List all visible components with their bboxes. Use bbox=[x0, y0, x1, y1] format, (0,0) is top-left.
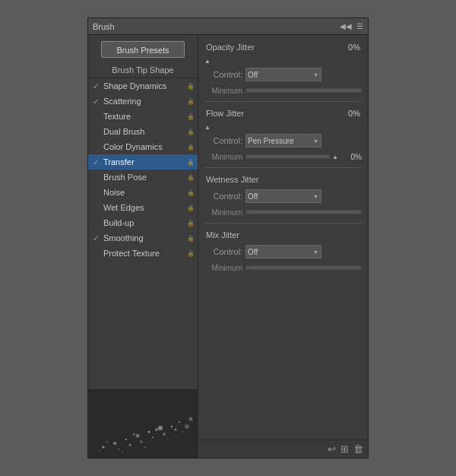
menu-item-brush-pose[interactable]: Brush Pose🔒 bbox=[88, 170, 198, 185]
mix-jitter-row: Mix Jitter bbox=[204, 227, 362, 243]
menu-item-label-smoothing: Smoothing bbox=[103, 233, 185, 243]
opacity-control-label: Control: bbox=[204, 70, 242, 79]
brush-tip-shape-label: Brush Tip Shape bbox=[88, 64, 198, 78]
svg-point-16 bbox=[155, 428, 158, 431]
svg-point-5 bbox=[158, 426, 163, 430]
lock-icon-dual-brush: 🔒 bbox=[187, 129, 195, 135]
lock-icon-smoothing: 🔒 bbox=[187, 235, 195, 242]
wetness-minimum-row: Minimum bbox=[204, 205, 362, 219]
opacity-jitter-value: 0% bbox=[336, 43, 360, 52]
opacity-jitter-row: Opacity Jitter 0% bbox=[204, 40, 362, 55]
wetness-control-select-wrapper[interactable]: Off Pen Pressure bbox=[245, 189, 321, 203]
svg-point-1 bbox=[113, 442, 116, 445]
wetness-minimum-slider[interactable] bbox=[245, 210, 362, 214]
lock-icon-protect-texture: 🔒 bbox=[187, 250, 195, 257]
mix-minimum-slider[interactable] bbox=[245, 265, 362, 270]
svg-point-23 bbox=[182, 431, 185, 433]
lock-icon-color-dynamics: 🔒 bbox=[187, 144, 195, 151]
svg-point-14 bbox=[106, 441, 108, 443]
menu-list: ✓Shape Dynamics🔒✓Scattering🔒Texture🔒Dual… bbox=[88, 78, 198, 389]
menu-item-label-build-up: Build-up bbox=[103, 218, 185, 227]
flow-control-select-wrapper[interactable]: Off Pen Pressure Pen Tilt bbox=[245, 134, 321, 148]
wetness-control-row: Control: Off Pen Pressure bbox=[204, 189, 362, 204]
svg-point-6 bbox=[171, 426, 173, 427]
lock-icon-texture: 🔒 bbox=[187, 113, 195, 120]
mix-minimum-row: Minimum bbox=[204, 261, 362, 274]
wetness-control-select[interactable]: Off Pen Pressure bbox=[245, 189, 321, 203]
svg-point-22 bbox=[167, 439, 169, 440]
toolbar-grid-icon[interactable]: ⊞ bbox=[340, 443, 349, 455]
toolbar-reset-icon[interactable]: ↩ bbox=[328, 443, 336, 455]
menu-item-label-noise: Noise bbox=[103, 188, 185, 197]
mix-control-label: Control: bbox=[204, 247, 242, 256]
flow-jitter-label: Flow Jitter bbox=[206, 109, 336, 118]
menu-item-label-texture: Texture bbox=[103, 112, 185, 121]
wetness-jitter-row: Wetness Jitter bbox=[204, 172, 362, 187]
flow-control-select[interactable]: Off Pen Pressure Pen Tilt bbox=[245, 134, 321, 148]
wetness-minimum-label: Minimum bbox=[204, 208, 242, 217]
toolbar-delete-icon[interactable]: 🗑 bbox=[353, 443, 363, 455]
mix-control-select-wrapper[interactable]: Off Pen Pressure bbox=[245, 245, 321, 259]
panel-body: Brush Presets Brush Tip Shape ✓Shape Dyn… bbox=[88, 35, 368, 458]
svg-point-10 bbox=[152, 436, 154, 438]
menu-item-label-brush-pose: Brush Pose bbox=[103, 173, 185, 182]
menu-item-texture[interactable]: Texture🔒 bbox=[88, 109, 198, 124]
svg-point-4 bbox=[148, 431, 150, 433]
separator-3 bbox=[204, 223, 362, 224]
svg-point-2 bbox=[125, 439, 127, 440]
menu-item-label-shape-dynamics: Shape Dynamics bbox=[103, 81, 185, 90]
flow-arrow: ▲ bbox=[204, 124, 211, 131]
lock-icon-shape-dynamics: 🔒 bbox=[187, 83, 195, 90]
separator-2 bbox=[204, 167, 362, 168]
brush-panel: Brush ◀◀ ☰ Brush Presets Brush Tip Shape… bbox=[87, 17, 369, 459]
menu-item-color-dynamics[interactable]: Color Dynamics🔒 bbox=[88, 139, 198, 154]
mix-jitter-label: Mix Jitter bbox=[206, 230, 360, 240]
svg-point-17 bbox=[179, 421, 180, 423]
bottom-toolbar: ↩ ⊞ 🗑 bbox=[198, 440, 368, 458]
menu-item-transfer[interactable]: ✓Transfer🔒 bbox=[88, 154, 198, 170]
menu-item-smoothing[interactable]: ✓Smoothing🔒 bbox=[88, 230, 198, 246]
title-icons: ◀◀ ☰ bbox=[340, 22, 363, 30]
opacity-minimum-slider[interactable] bbox=[245, 88, 362, 93]
brush-presets-button[interactable]: Brush Presets bbox=[101, 41, 185, 58]
lock-icon-wet-edges: 🔒 bbox=[187, 205, 195, 211]
opacity-arrow: ▲ bbox=[204, 58, 211, 65]
left-panel: Brush Presets Brush Tip Shape ✓Shape Dyn… bbox=[88, 35, 198, 458]
opacity-control-select-wrapper[interactable]: Off Pen Pressure Pen Tilt bbox=[245, 68, 321, 81]
brush-preview-area bbox=[88, 389, 198, 458]
opacity-control-row: Control: Off Pen Pressure Pen Tilt bbox=[204, 67, 362, 82]
opacity-control-select[interactable]: Off Pen Pressure Pen Tilt bbox=[245, 68, 321, 81]
svg-point-11 bbox=[163, 433, 166, 436]
svg-point-13 bbox=[185, 424, 189, 429]
menu-item-build-up[interactable]: Build-up🔒 bbox=[88, 215, 198, 230]
flow-jitter-value: 0% bbox=[336, 109, 360, 118]
menu-item-shape-dynamics[interactable]: ✓Shape Dynamics🔒 bbox=[88, 78, 198, 94]
flow-minimum-arrow: ▲ bbox=[332, 154, 338, 160]
check-icon-scattering: ✓ bbox=[93, 97, 103, 106]
menu-item-wet-edges[interactable]: Wet Edges🔒 bbox=[88, 200, 198, 215]
mix-minimum-label: Minimum bbox=[204, 264, 242, 272]
opacity-minimum-label: Minimum bbox=[204, 87, 242, 95]
svg-point-12 bbox=[175, 429, 177, 431]
lock-icon-transfer: 🔒 bbox=[187, 159, 195, 166]
mix-control-select[interactable]: Off Pen Pressure bbox=[245, 245, 321, 259]
menu-icon[interactable]: ☰ bbox=[356, 22, 363, 30]
menu-item-scattering[interactable]: ✓Scattering🔒 bbox=[88, 94, 198, 109]
menu-item-noise[interactable]: Noise🔒 bbox=[88, 185, 198, 200]
check-icon-shape-dynamics: ✓ bbox=[93, 82, 103, 90]
lock-icon-scattering: 🔒 bbox=[187, 98, 195, 105]
menu-item-dual-brush[interactable]: Dual Brush🔒 bbox=[88, 124, 198, 139]
svg-point-15 bbox=[133, 433, 135, 436]
brush-preview-svg bbox=[88, 390, 198, 458]
svg-point-19 bbox=[99, 450, 100, 452]
menu-item-label-protect-texture: Protect Texture bbox=[103, 249, 185, 258]
svg-point-7 bbox=[118, 449, 119, 450]
lock-icon-brush-pose: 🔒 bbox=[187, 174, 195, 181]
collapse-icon[interactable]: ◀◀ bbox=[340, 22, 352, 30]
menu-item-label-scattering: Scattering bbox=[103, 97, 185, 106]
check-icon-smoothing: ✓ bbox=[93, 234, 103, 243]
flow-minimum-slider[interactable] bbox=[245, 154, 330, 159]
menu-item-protect-texture[interactable]: Protect Texture🔒 bbox=[88, 246, 198, 261]
panel-titlebar: Brush ◀◀ ☰ bbox=[88, 18, 368, 35]
separator-1 bbox=[204, 101, 362, 102]
